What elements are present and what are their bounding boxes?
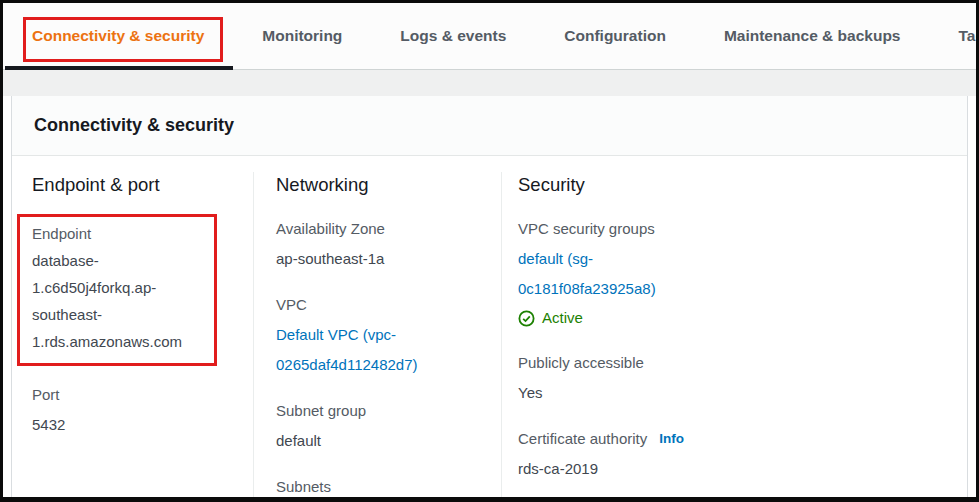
card-header: Connectivity & security [12, 96, 967, 156]
publicly-accessible-value: Yes [518, 378, 943, 408]
port-value: 5432 [32, 410, 229, 440]
endpoint-field annotation-box-endpoint: Endpoint database-1.c6d50j4forkq.ap-sout… [17, 214, 217, 366]
vpc-field: VPC Default VPC (vpc-0265daf4d112482d7) [276, 290, 477, 380]
tab-label: Configuration [564, 27, 666, 45]
field-label: Certificate authority [518, 424, 647, 454]
field-label: VPC security groups [518, 214, 943, 244]
field-label: Subnets [276, 472, 477, 502]
page-background-strip [3, 70, 976, 96]
endpoint-value: database-1.c6d50j4forkq.ap-southeast-1.r… [32, 247, 206, 355]
tab-label: Logs & events [400, 27, 506, 45]
security-group-link[interactable]: default (sg-0c181f08fa23925a8) [518, 244, 683, 304]
subnet-group-field: Subnet group default [276, 396, 477, 456]
availability-zone-field: Availability Zone ap-southeast-1a [276, 214, 477, 274]
info-link[interactable]: Info [659, 424, 684, 454]
section-heading: Security [518, 174, 943, 196]
status-badge: Active [542, 304, 583, 332]
tab-label: Maintenance & backups [724, 27, 901, 45]
column-networking: Networking Availability Zone ap-southeas… [254, 172, 502, 502]
column-security: Security VPC security groups default (sg… [502, 172, 967, 502]
tab-configuration[interactable]: Configuration [535, 3, 695, 69]
section-heading: Endpoint & port [32, 174, 229, 196]
tab-tags[interactable]: Tags [929, 3, 979, 69]
certificate-authority-field: Certificate authority Info rds-ca-2019 [518, 424, 943, 484]
field-label: Port [32, 380, 229, 410]
publicly-accessible-field: Publicly accessible Yes [518, 348, 943, 408]
connectivity-security-card: Connectivity & security Endpoint & port … [11, 96, 968, 502]
subnet-group-value: default [276, 426, 477, 456]
field-label: VPC [276, 290, 477, 320]
vpc-security-groups-field: VPC security groups default (sg-0c181f08… [518, 214, 943, 332]
subnets-field: Subnets [276, 472, 477, 502]
check-circle-icon [518, 310, 535, 327]
port-field: Port 5432 [32, 380, 229, 440]
card-content: Endpoint & port Endpoint database-1.c6d5… [12, 156, 967, 502]
field-label: Availability Zone [276, 214, 477, 244]
tab-connectivity-security[interactable]: Connectivity & security [3, 3, 233, 69]
vpc-link[interactable]: Default VPC (vpc-0265daf4d112482d7) [276, 326, 418, 373]
certificate-authority-value: rds-ca-2019 [518, 454, 943, 484]
tab-maintenance-backups[interactable]: Maintenance & backups [695, 3, 930, 69]
column-endpoint-port: Endpoint & port Endpoint database-1.c6d5… [12, 172, 254, 502]
tab-monitoring[interactable]: Monitoring [233, 3, 371, 69]
tab-bar: Connectivity & security Monitoring Logs … [3, 3, 976, 70]
field-label: Subnet group [276, 396, 477, 426]
status-row: Active [518, 304, 943, 332]
tab-label: Monitoring [262, 27, 342, 45]
field-label: Endpoint [32, 220, 206, 247]
section-heading: Networking [276, 174, 477, 196]
availability-zone-value: ap-southeast-1a [276, 244, 477, 274]
active-tab-underline [5, 66, 233, 70]
card-title: Connectivity & security [34, 115, 945, 136]
tab-label: Tags [958, 27, 979, 45]
tab-logs-events[interactable]: Logs & events [371, 3, 535, 69]
field-label: Publicly accessible [518, 348, 943, 378]
tab-label: Connectivity & security [32, 27, 204, 45]
rds-details-panel: Connectivity & security Monitoring Logs … [0, 0, 979, 502]
